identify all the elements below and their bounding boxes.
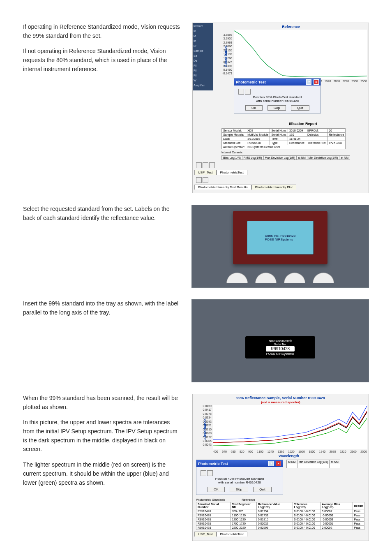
screenshot-99pct: 99% Reflectance Sample, Serial Number R9… [192, 394, 369, 541]
dialog-title: Photometric Test [198, 462, 228, 466]
photo-standards-set: Serial No. R9910428FOSS NIRSystems [191, 205, 369, 288]
help-icon[interactable]: ? [306, 79, 311, 85]
toolbar-icon[interactable] [245, 89, 251, 95]
info-table: Sensor Model:XDSSerial Num:3010-0209EPRO… [221, 128, 346, 149]
toolbar-icon[interactable] [209, 162, 215, 168]
photo-standard-in-tray: NIRStandards® Serial No. R9910428 FOSS N… [191, 299, 369, 382]
worksheet-tabs: USP_Test PhotometricTest [194, 170, 367, 175]
x-axis-label: Wavelength [209, 454, 369, 458]
table-row: R9910428700- 7200.017540.0100 / -0.01000… [196, 509, 364, 513]
internal-ceramic-table: Bias Log(1/R)RMS Log(1/R)Max Deviation L… [221, 155, 350, 160]
tab-linearity-plot[interactable]: Photometric Linearity Plot [251, 185, 296, 190]
dialog-message: with serial number R9910428 [237, 99, 318, 103]
close-icon[interactable]: × [314, 79, 319, 85]
quit-button[interactable]: Quit [253, 487, 272, 492]
brand-sub: FOSS NIRSystems [266, 352, 294, 356]
dialog-message: Position 40% PhotoCert standard [199, 477, 280, 481]
serial-label: Serial No. [274, 343, 287, 346]
internal-ceramic-header: Internal Ceramic [221, 151, 369, 154]
x-ticks: 4005406808209601100124013801520166018001… [213, 450, 367, 453]
body-text: If operating in Reference Standardized m… [23, 23, 182, 40]
screenshot-reference: InstrumInM InEfSample SaDeFil FilFilW Am… [192, 23, 369, 193]
toolbar-icon[interactable] [201, 470, 206, 476]
x-axis-label: Wavelength [213, 83, 234, 88]
body-text: When the 99% standard has been scanned, … [23, 394, 182, 412]
bottom-tabs: Photometric Linearity Test Results Photo… [194, 185, 367, 190]
tab-usp-test[interactable]: USP_Test [194, 170, 217, 175]
photometric-test-dialog: Photometric Test ? × Position 40% PhotoC… [196, 460, 283, 495]
ok-button[interactable]: OK [208, 487, 225, 492]
brand-label: NIRStandards® [269, 339, 292, 343]
help-icon[interactable]: ? [268, 461, 274, 466]
tab-photometric-test[interactable]: PhotometricTest [217, 170, 247, 175]
tab-linearity-results[interactable]: Photometric Linearity Test Results [194, 185, 251, 190]
quit-button[interactable]: Quit [291, 105, 309, 111]
chart-title: 99% Reflectance Sample, Serial Number R9… [193, 394, 369, 404]
ok-button[interactable]: OK [245, 105, 263, 111]
chart-title: Reference [213, 23, 369, 29]
tab-usp-test[interactable]: USP_Test [194, 532, 217, 536]
dialog-message: with serial number R4010428 [199, 481, 280, 484]
worksheet-tabs: USP_Test PhotometricTest [194, 532, 367, 536]
toolbar-icon[interactable] [196, 177, 202, 183]
skip-button[interactable]: Skip [267, 105, 286, 111]
section-label: Reference [242, 498, 255, 501]
y-axis-label: Absorbance [203, 419, 207, 440]
serial-number: R9910428 [266, 346, 295, 352]
stats-stub-table: at NMMin Deviation Log(1/R)at NM [286, 460, 340, 468]
table-row: R99104281200-12200.018150.0100 / -0.0100… [196, 518, 364, 522]
photometric-test-dialog: Photometric Test ? × Position 99% PhotoC… [234, 78, 321, 113]
dialog-message: Position 99% PhotoCert standard [237, 95, 318, 99]
tab-photometric-test[interactable]: PhotometricTest [217, 532, 247, 536]
skip-button[interactable]: Skip [230, 487, 249, 492]
toolbar-icon[interactable] [207, 470, 213, 476]
y-axis-label: Absorbance [224, 46, 228, 67]
body-text: If not operating in Reference Standardiz… [23, 47, 182, 74]
table-row: R99104281100-11200.017380.0100 / -0.0100… [196, 513, 364, 518]
toolbar-icon[interactable] [238, 89, 244, 95]
report-title: tification Report [287, 119, 369, 127]
table-row: R99104281700-17200.020320.0100 / -0.0100… [196, 522, 364, 526]
section-label: Photometric Standards [196, 498, 225, 501]
body-text: Insert the 99% standard into the tray as… [23, 299, 182, 317]
body-text: In this picture, the upper and lower spe… [23, 418, 182, 454]
toolbar-icon[interactable] [203, 162, 208, 168]
body-text: The lighter spectrum in the middle (red … [23, 460, 182, 487]
dialog-title: Photometric Test [236, 80, 266, 84]
standard-label-stub: Serial No. R9910428FOSS NIRSystems [265, 234, 295, 241]
photometric-standards-table: Standard Serial NumberTest Segment NMRef… [196, 502, 364, 530]
toolbar-icon[interactable] [196, 162, 202, 168]
table-row: R99104282200-22200.025990.0100 / -0.0100… [196, 526, 364, 530]
close-icon[interactable]: × [276, 461, 281, 466]
sidebar-stub: InstrumInM InEfSample SaDeFil FilFilW Am… [193, 23, 213, 90]
toolbar-icon[interactable] [203, 177, 208, 183]
body-text: Select the requested standard from the s… [23, 205, 182, 222]
